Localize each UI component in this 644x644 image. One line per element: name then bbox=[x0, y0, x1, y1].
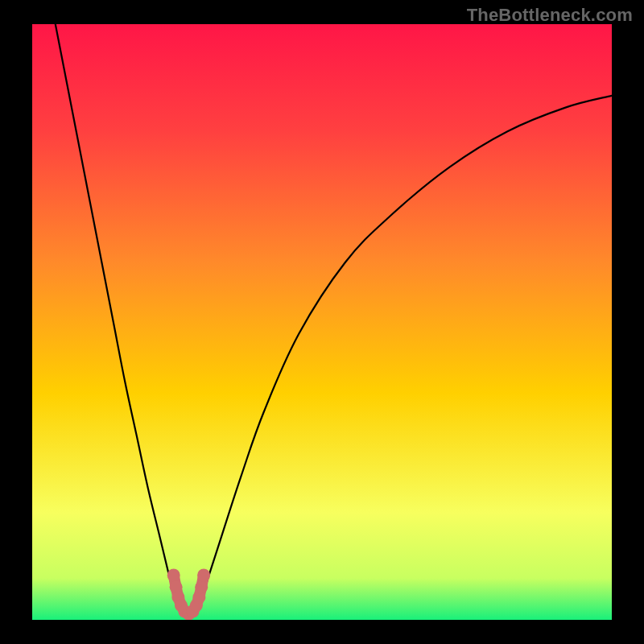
chart-stage: TheBottleneck.com bbox=[0, 0, 644, 644]
watermark-text: TheBottleneck.com bbox=[467, 5, 633, 26]
chart-background bbox=[32, 24, 612, 620]
minimum-marker-bead bbox=[197, 569, 210, 582]
bottleneck-chart bbox=[32, 24, 612, 620]
chart-svg bbox=[32, 24, 612, 620]
minimum-marker-bead bbox=[167, 569, 180, 582]
minimum-marker-bead bbox=[195, 580, 208, 593]
